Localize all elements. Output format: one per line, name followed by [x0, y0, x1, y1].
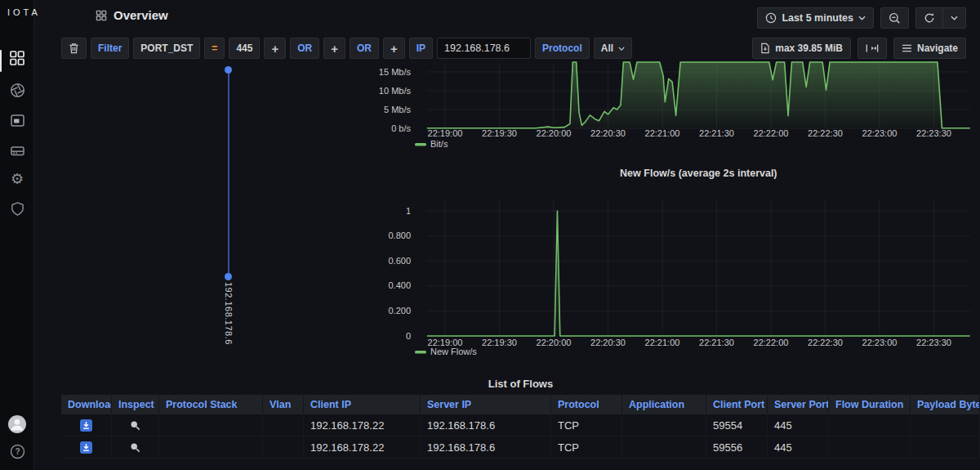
protocol-select[interactable]: All	[594, 38, 632, 59]
legend-swatch	[415, 143, 426, 146]
cell-protocol-stack	[159, 414, 263, 436]
bitrate-chart[interactable]: 22:19:0022:19:3022:20:0022:20:3022:21:00…	[368, 61, 980, 155]
column-header-protocol[interactable]: Protocol	[551, 395, 622, 414]
help-button[interactable]: ?	[0, 444, 34, 459]
cell-client-port: 59554	[706, 414, 768, 436]
column-header-client-ip[interactable]: Client IP	[304, 395, 421, 414]
x-axis-tick-label: 22:23:30	[916, 128, 951, 138]
user-avatar[interactable]	[0, 415, 34, 433]
column-header-flow-duration[interactable]: Flow Duration	[829, 395, 911, 414]
add-condition-button[interactable]: +	[323, 38, 345, 59]
column-header-payload-bytes[interactable]: Payload Bytes	[911, 395, 980, 414]
column-header-server-ip[interactable]: Server IP	[421, 395, 551, 414]
flows-table: DownloadInspectProtocol StackVlanClient …	[61, 395, 980, 459]
node-graph-node-bottom[interactable]	[225, 273, 232, 280]
x-axis-tick-label: 22:22:30	[808, 338, 843, 347]
new-flows-chart[interactable]: 22:19:0022:19:3022:20:0022:20:3022:21:00…	[368, 159, 980, 364]
gear-icon: ⚙	[11, 172, 24, 186]
navigate-button[interactable]: Navigate	[893, 38, 966, 59]
svg-text:?: ?	[15, 447, 20, 456]
inspect-icon[interactable]	[130, 442, 140, 453]
y-axis-tick-label: 0.600	[388, 256, 411, 266]
question-icon: ?	[10, 444, 25, 459]
sidebar: ⚙ ?	[0, 0, 34, 470]
hard-drive-icon	[10, 143, 25, 159]
file-download-icon	[760, 43, 770, 54]
ip-filter-input[interactable]	[437, 38, 531, 59]
filter-button[interactable]: Filter	[91, 38, 129, 59]
cell-server-ip: 192.168.178.6	[421, 436, 551, 459]
protocol-select-value: All	[601, 43, 613, 54]
add-condition-button[interactable]: +	[264, 38, 286, 59]
y-axis-tick-label: 0 b/s	[391, 123, 411, 133]
y-axis-tick-label: 0.400	[388, 280, 411, 290]
shield-icon	[11, 201, 24, 217]
zoom-out-button[interactable]	[880, 7, 909, 29]
x-axis-tick-label: 22:20:00	[537, 128, 572, 138]
cell-server-port: 445	[768, 436, 829, 459]
cell-server-ip: 192.168.178.6	[421, 414, 551, 436]
sidebar-item-storage[interactable]	[0, 143, 34, 159]
refresh-interval-dropdown[interactable]	[943, 7, 966, 29]
delete-filter-button[interactable]	[61, 38, 87, 59]
x-axis-tick-label: 22:22:30	[808, 128, 843, 138]
x-axis-tick-label: 22:23:00	[862, 128, 898, 138]
cell-flow-duration	[829, 436, 911, 459]
column-header-application[interactable]: Application	[622, 395, 706, 414]
x-axis-tick-label: 22:22:00	[754, 338, 789, 347]
x-axis-tick-label: 22:20:30	[590, 338, 626, 347]
time-range-picker[interactable]: Last 5 minutes	[757, 7, 874, 29]
or-operator-button[interactable]: OR	[290, 38, 319, 59]
brand-logo: IOTA	[7, 7, 65, 17]
clock-icon	[765, 12, 777, 24]
sidebar-item-appliance[interactable]	[0, 113, 34, 128]
refresh-button[interactable]	[915, 7, 943, 29]
cell-protocol: TCP	[551, 436, 622, 459]
fit-to-data-button[interactable]	[858, 38, 887, 59]
filter-value-button[interactable]: 445	[229, 38, 260, 59]
cell-download[interactable]	[61, 436, 112, 459]
cell-vlan	[263, 436, 304, 459]
series-area	[427, 211, 970, 336]
cell-inspect[interactable]	[112, 436, 159, 459]
y-axis-tick-label: 5 Mb/s	[384, 105, 412, 114]
sidebar-item-settings[interactable]: ⚙	[0, 172, 34, 186]
cell-download[interactable]	[61, 414, 112, 436]
column-header-protocol-stack[interactable]: Protocol Stack	[159, 395, 263, 414]
download-icon[interactable]	[80, 419, 92, 432]
sidebar-item-dashboards[interactable]	[0, 50, 34, 66]
cell-payload-bytes	[911, 414, 980, 436]
toolbar-right: max 39.85 MiB Navigate	[752, 38, 966, 59]
add-condition-button[interactable]: +	[383, 38, 405, 59]
cell-inspect[interactable]	[112, 414, 159, 436]
node-graph-panel[interactable]: 192.168.178.6	[61, 61, 400, 368]
column-header-vlan[interactable]: Vlan	[263, 395, 304, 414]
x-axis-tick-label: 22:21:00	[645, 338, 680, 347]
download-icon[interactable]	[80, 441, 92, 454]
filter-field-button[interactable]: PORT_DST	[133, 38, 200, 59]
inspect-icon[interactable]	[130, 420, 140, 431]
node-graph-node-label: 192.168.178.6	[224, 282, 234, 345]
page-header: Overview Last 5 minutes	[34, 0, 980, 29]
protocol-filter-button[interactable]: Protocol	[535, 38, 590, 59]
device-screen-icon	[10, 113, 25, 128]
filter-toolbar: Filter PORT_DST = 445 + OR + OR + IP Pro…	[61, 38, 632, 59]
cell-protocol-stack	[159, 436, 263, 459]
cell-client-ip: 192.168.178.22	[304, 436, 421, 459]
max-size-button[interactable]: max 39.85 MiB	[752, 38, 851, 59]
column-header-inspect[interactable]: Inspect	[112, 395, 159, 414]
sidebar-item-capture[interactable]	[0, 83, 34, 98]
column-header-client-port[interactable]: Client Port	[706, 395, 768, 414]
sidebar-item-security[interactable]	[0, 201, 34, 217]
filter-operator-button[interactable]: =	[204, 38, 225, 59]
node-graph-edge	[228, 69, 229, 276]
ip-filter-label[interactable]: IP	[409, 38, 433, 59]
column-header-server-port[interactable]: Server Port	[768, 395, 829, 414]
legend-swatch	[415, 351, 426, 354]
node-graph-node-top[interactable]	[225, 66, 232, 74]
flows-table-body: 192.168.178.22192.168.178.6TCP5955444519…	[61, 414, 980, 459]
column-header-download[interactable]: Download	[61, 395, 112, 414]
y-axis-tick-label: 10 Mb/s	[379, 86, 412, 96]
navigate-label: Navigate	[917, 43, 958, 54]
or-operator-button[interactable]: OR	[350, 38, 379, 59]
